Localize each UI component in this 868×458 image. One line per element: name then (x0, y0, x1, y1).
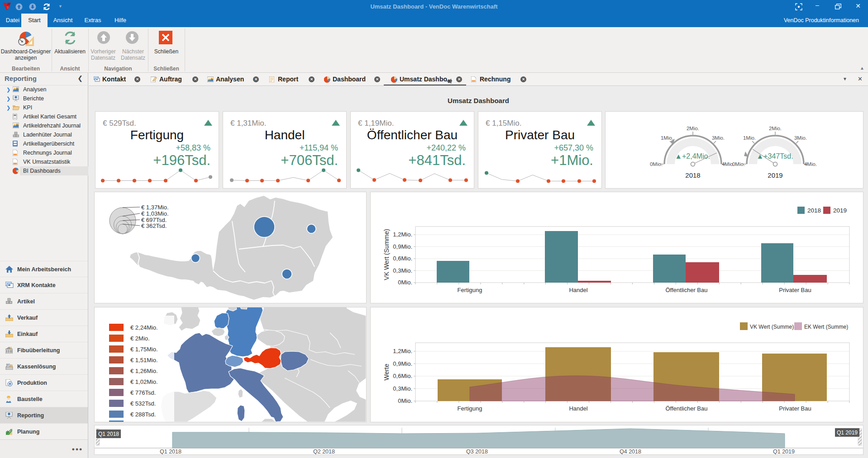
svg-text:0Mio.: 0Mio. (398, 279, 412, 286)
svg-text:€ 1,51Mio.: € 1,51Mio. (130, 357, 158, 364)
svg-text:Handel: Handel (569, 405, 587, 412)
svg-text:€ 288Tsd.: € 288Tsd. (130, 411, 156, 418)
svg-text:EK Wert (Summe): EK Wert (Summe) (804, 324, 848, 330)
svg-text:1Mio.: 1Mio. (743, 135, 756, 141)
svg-text:Q4 2018: Q4 2018 (620, 449, 641, 454)
svg-text:2019: 2019 (833, 207, 847, 214)
svg-text:Öffentlicher Bau: Öffentlicher Bau (666, 405, 708, 412)
svg-text:1,2Mio.: 1,2Mio. (393, 231, 412, 238)
svg-text:3Mio.: 3Mio. (794, 135, 807, 141)
svg-text:1Mio.: 1Mio. (661, 135, 673, 141)
svg-text:Q3 2018: Q3 2018 (466, 449, 488, 454)
svg-text:€ 1,37Mio.: € 1,37Mio. (141, 204, 169, 211)
svg-text:Werte: Werte (383, 364, 390, 380)
svg-text:€ 2Mio.: € 2Mio. (130, 335, 150, 342)
svg-text:0,9Mio.: 0,9Mio. (393, 243, 412, 250)
svg-text:€ 532Tsd.: € 532Tsd. (130, 400, 156, 407)
svg-text:Fertigung: Fertigung (458, 287, 482, 293)
svg-text:€ 1,03Mio.: € 1,03Mio. (141, 210, 169, 217)
svg-text:€ 776Tsd.: € 776Tsd. (130, 389, 156, 396)
svg-text:0Mio.: 0Mio. (398, 397, 412, 404)
svg-text:VK Wert (Summe): VK Wert (Summe) (750, 324, 794, 330)
svg-text:2018: 2018 (807, 207, 821, 214)
svg-text:0Mio.: 0Mio. (732, 161, 745, 167)
svg-text:4Mio.: 4Mio. (804, 161, 817, 167)
svg-text:2018: 2018 (685, 171, 700, 179)
svg-text:0,6Mio.: 0,6Mio. (393, 373, 412, 379)
svg-text:Fertigung: Fertigung (458, 405, 482, 412)
svg-text:2019: 2019 (768, 171, 782, 179)
svg-text:0,9Mio.: 0,9Mio. (393, 360, 412, 367)
svg-text:0,3Mio.: 0,3Mio. (393, 385, 412, 392)
svg-text:3Mio.: 3Mio. (712, 135, 725, 141)
svg-text:Privater Bau: Privater Bau (779, 287, 811, 293)
svg-text:2Mio.: 2Mio. (687, 126, 699, 131)
svg-text:1,2Mio.: 1,2Mio. (393, 348, 412, 354)
svg-text:0,6Mio.: 0,6Mio. (393, 255, 412, 262)
svg-text:2Mio.: 2Mio. (769, 126, 782, 131)
svg-text:Q1 2019: Q1 2019 (837, 430, 858, 436)
svg-text:▲+2,4Mio.: ▲+2,4Mio. (675, 152, 710, 160)
svg-text:€ 1,75Mio.: € 1,75Mio. (130, 346, 158, 353)
svg-text:€ 1,26Mio.: € 1,26Mio. (130, 368, 158, 374)
svg-text:€ 1,02Mio.: € 1,02Mio. (130, 378, 158, 385)
svg-text:Privater Bau: Privater Bau (779, 405, 811, 412)
svg-text:0Mio.: 0Mio. (650, 161, 663, 167)
svg-text:Q2 2018: Q2 2018 (313, 449, 335, 454)
svg-text:VK Wert (Summe): VK Wert (Summe) (383, 229, 390, 280)
svg-text:0,3Mio.: 0,3Mio. (393, 267, 412, 274)
svg-text:€ 362Tsd.: € 362Tsd. (141, 222, 167, 229)
svg-text:Q1 2019: Q1 2019 (773, 449, 795, 454)
svg-text:Öffentlicher Bau: Öffentlicher Bau (666, 287, 708, 293)
svg-text:▲+347Tsd.: ▲+347Tsd. (756, 152, 793, 160)
svg-text:Q1 2018: Q1 2018 (160, 449, 181, 454)
svg-text:Q1 2018: Q1 2018 (98, 431, 119, 437)
svg-text:€ 2,24Mio.: € 2,24Mio. (130, 324, 158, 331)
svg-text:Handel: Handel (569, 287, 587, 293)
